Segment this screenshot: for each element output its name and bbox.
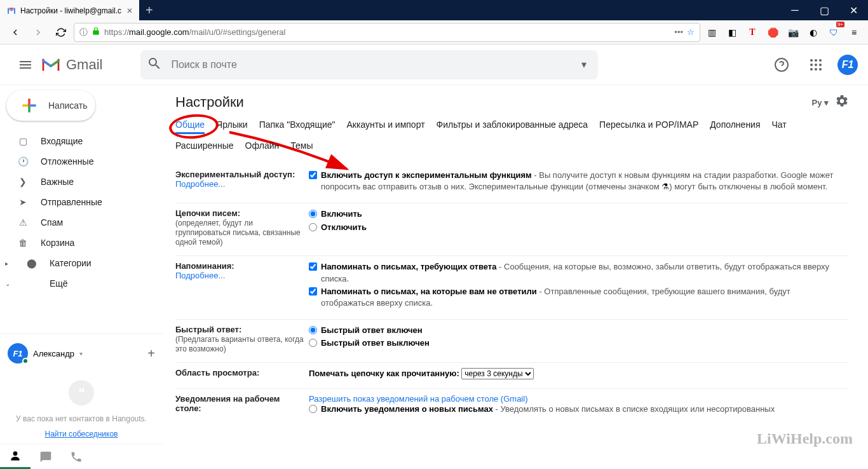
nudge-followup-checkbox[interactable] [309,287,317,296]
quote-icon: ❝ [69,380,94,405]
bookmark-icon[interactable]: ☆ [687,27,695,37]
gmail-favicon [6,6,17,16]
sidebar-item-important[interactable]: ❯Важные [0,172,163,192]
row-threads: Цепочки писем:(определяет, будут ли груп… [175,203,849,256]
tab-themes[interactable]: Темы [290,140,313,153]
search-icon[interactable] [147,56,162,74]
search-input[interactable] [171,59,567,71]
info-icon[interactable]: ⓘ [79,27,88,38]
settings-title: Настройки [175,94,244,111]
experimental-more-link[interactable]: Подробнее... [175,179,225,189]
ext-shield-icon[interactable]: 🛡9+ [825,24,843,41]
account-avatar[interactable]: F1 [837,55,858,75]
browser-menu-icon[interactable]: ≡ [845,24,863,41]
ext-camera-icon[interactable]: 📷 [784,24,802,41]
close-button[interactable]: ✕ [839,0,868,20]
svg-point-2 [815,59,817,62]
smartreply-on-radio[interactable] [309,326,317,334]
new-tab-button[interactable]: + [139,3,159,18]
density-toggle[interactable]: Pу ▾ [811,98,829,107]
spam-icon: ⚠ [17,217,29,228]
smartreply-off-radio[interactable] [309,339,317,347]
lock-icon [92,27,100,37]
sidebar-item-categories[interactable]: ▸⬤Категории [0,253,163,273]
tab-chat[interactable]: Чат [772,119,787,134]
maximize-button[interactable]: ▢ [810,0,839,20]
sidebar-item-more[interactable]: ⌄Ещё [0,273,163,294]
svg-point-7 [810,68,813,71]
settings-tabs-row2: Расширенные Офлайн Темы [175,140,849,153]
svg-point-3 [819,59,822,62]
chevron-down-icon: ⌄ [5,280,14,287]
hangouts-add-button[interactable]: + [147,346,155,361]
important-icon: ❯ [17,177,29,187]
row-desktop: Уведомления на рабочем столе: Разрешить … [175,389,849,426]
hangouts-footer [0,444,163,469]
ext-dots-icon[interactable]: ◐ [804,24,822,41]
ext-abp-icon[interactable]: 🛑 [764,24,782,41]
tab-inbox[interactable]: Папка "Входящие" [259,119,336,134]
svg-point-5 [815,64,817,66]
tab-addons[interactable]: Дополнения [710,119,760,134]
minimize-button[interactable]: ─ [780,0,810,20]
gmail-header: Gmail ▾ F1 [0,44,868,85]
nudges-more-link[interactable]: Подробнее... [175,271,225,280]
tab-labels[interactable]: Ярлыки [216,119,248,134]
nudge-reply-checkbox[interactable] [309,262,317,271]
tab-close-icon[interactable]: ✕ [126,6,133,15]
support-icon[interactable] [769,52,794,78]
tab-filters[interactable]: Фильтры и заблокированные адреса [437,119,588,134]
row-nudges: Напоминания:Подробнее... Напоминать о пи… [175,256,849,320]
ext-library-icon[interactable]: ▥ [703,24,721,41]
experimental-checkbox[interactable] [309,171,317,179]
reload-button[interactable] [51,22,71,43]
search-options-icon[interactable]: ▾ [576,58,592,71]
gmail-m-icon [41,57,61,72]
url-bar[interactable]: ⓘ https://mail.google.com/mail/u/0/#sett… [74,23,700,42]
gear-icon[interactable] [835,94,849,111]
sidebar-item-snoozed[interactable]: 🕐Отложенные [0,151,163,172]
hangouts-empty: ❝ У вас пока нет контактов в Hangouts. [8,367,155,430]
preview-select[interactable]: через 3 секунды [461,368,534,379]
threads-off-radio[interactable] [309,223,317,231]
tab-offline[interactable]: Офлайн [245,140,280,153]
tab-forwarding[interactable]: Пересылка и POP/IMAP [599,119,698,134]
apps-icon[interactable] [803,52,829,78]
ext-t-icon[interactable]: T [743,24,761,41]
tab-advanced[interactable]: Расширенные [175,140,234,153]
tab-general[interactable]: Общие [175,119,205,134]
svg-point-9 [819,68,822,71]
threads-on-radio[interactable] [309,210,317,218]
hangouts-user-row[interactable]: F1 Александр ▾ + [8,339,155,367]
hangouts-chat-tab[interactable] [31,444,61,469]
plus-icon [19,95,39,116]
browser-toolbar: ⓘ https://mail.google.com/mail/u/0/#sett… [0,20,868,44]
page-actions-icon[interactable]: ••• [674,27,683,37]
sidebar-item-sent[interactable]: ➤Отправленные [0,192,163,212]
sidebar-item-inbox[interactable]: ▢Входящие [0,131,163,151]
search-box[interactable]: ▾ [140,50,598,79]
svg-point-1 [810,59,813,62]
caret-icon[interactable]: ▾ [79,350,83,357]
hangouts-avatar: F1 [8,343,28,364]
back-button[interactable] [5,22,25,43]
hangouts-phone-tab[interactable] [61,444,92,469]
hangouts-find-link[interactable]: Найти собеседников [8,430,155,438]
sidebar-item-trash[interactable]: 🗑Корзина [0,233,163,253]
tab-accounts[interactable]: Аккаунты и импорт [347,119,425,134]
sidebar-item-spam[interactable]: ⚠Спам [0,212,163,233]
forward-button[interactable] [28,22,48,43]
gmail-logo[interactable]: Gmail [41,57,102,73]
compose-button[interactable]: Написать [6,90,95,121]
desktop-allow-link[interactable]: Разрешить показ уведомлений на рабочем с… [309,394,844,404]
tab-title: Настройки - liwihelp@gmail.c [20,6,121,15]
hangouts-contacts-tab[interactable] [0,444,31,469]
main-menu-button[interactable] [10,50,41,80]
svg-point-10 [13,451,18,456]
sidebar: Написать ▢Входящие 🕐Отложенные ❯Важные ➤… [0,85,163,469]
desktop-new-radio[interactable] [309,405,317,413]
label-icon: ⬤ [25,258,38,268]
browser-tab[interactable]: Настройки - liwihelp@gmail.c ✕ [0,0,139,20]
window-controls: ─ ▢ ✕ [780,0,868,20]
ext-sidebar-icon[interactable]: ◧ [723,24,741,41]
